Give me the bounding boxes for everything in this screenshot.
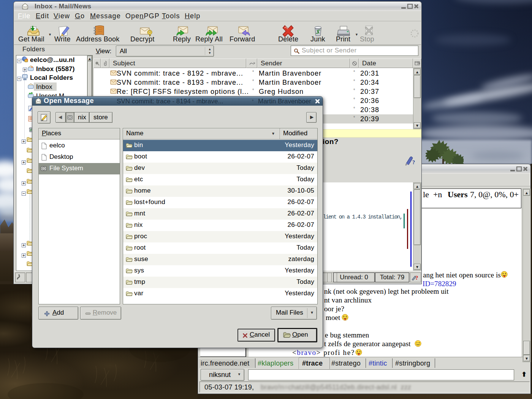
svg-text:?: ? — [412, 160, 415, 165]
svg-text:?: ? — [415, 275, 418, 281]
